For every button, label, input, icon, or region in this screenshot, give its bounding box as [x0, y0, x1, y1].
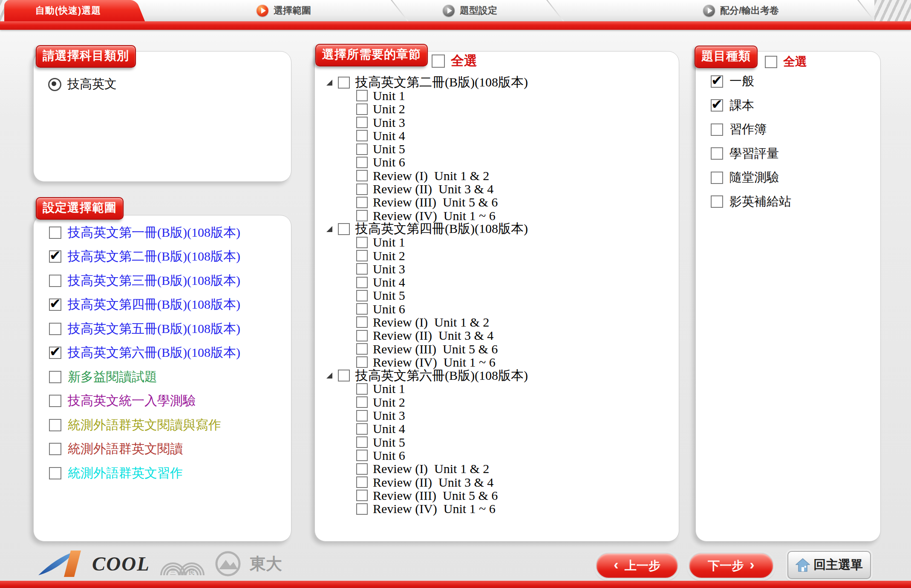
types-select-all[interactable]: 全選 [765, 54, 807, 70]
checkbox-list-item[interactable]: 統測外語群英文閱讀 [49, 437, 291, 462]
tab-score-output[interactable]: 配分/輸出考卷 [703, 0, 779, 21]
checkbox[interactable] [711, 172, 723, 184]
checkbox[interactable] [356, 423, 368, 435]
checkbox[interactable] [356, 410, 368, 422]
checkbox[interactable] [711, 123, 723, 136]
checkbox[interactable] [49, 419, 61, 431]
chapter-tree-unit-row[interactable]: Review (III) Unit 5 & 6 [315, 196, 679, 209]
checkbox[interactable] [356, 396, 368, 408]
checkbox-list-item[interactable]: 一般 [711, 69, 880, 94]
checkbox-list-item[interactable]: 統測外語群英文閱讀與寫作 [49, 413, 291, 437]
checkbox[interactable] [356, 463, 368, 475]
tab-auto-quick-select[interactable]: 自動(快速)選題 [4, 0, 132, 21]
checkbox[interactable] [765, 56, 777, 68]
chapter-tree-unit-row[interactable]: Unit 4 [315, 129, 679, 142]
tree-expanded-triangle-icon[interactable] [326, 226, 332, 232]
checkbox[interactable] [711, 195, 723, 208]
chapter-tree-unit-row[interactable]: Unit 2 [315, 103, 679, 116]
checkbox[interactable] [356, 184, 368, 195]
checkbox[interactable] [356, 490, 368, 501]
checkbox-list-item[interactable]: 技高英文統一入學測驗 [49, 389, 291, 413]
checkbox[interactable] [49, 275, 61, 287]
tab-select-range[interactable]: 選擇範圍 [257, 0, 311, 21]
checkbox-list-item[interactable]: 統測外語群英文習作 [49, 461, 291, 485]
chapter-tree-unit-row[interactable]: Unit 6 [315, 302, 679, 316]
checkbox[interactable] [49, 323, 61, 335]
checkbox[interactable] [338, 370, 350, 381]
checkbox[interactable] [338, 77, 350, 89]
checkbox[interactable] [356, 130, 368, 141]
chapter-tree-unit-row[interactable]: Unit 5 [315, 436, 679, 449]
checkbox[interactable] [356, 117, 368, 128]
checkbox-list-item[interactable]: 技高英文第五冊(B版)(108版本) [49, 317, 291, 341]
checkbox[interactable] [356, 476, 368, 488]
chapters-select-all[interactable]: 全選 [432, 52, 477, 70]
checkbox[interactable] [356, 103, 368, 115]
checkbox[interactable] [356, 157, 368, 168]
checkbox-list-item[interactable]: 隨堂測驗 [711, 166, 880, 190]
checkbox[interactable] [356, 303, 368, 315]
checkbox[interactable] [356, 290, 368, 301]
tree-expanded-triangle-icon[interactable] [326, 80, 332, 86]
chapter-tree-book-row[interactable]: 技高英文第二冊(B版)(108版本) [315, 76, 679, 89]
chapter-tree-book-row[interactable]: 技高英文第六冊(B版)(108版本) [315, 369, 679, 382]
chapter-tree-unit-row[interactable]: Review (III) Unit 5 & 6 [315, 342, 679, 356]
tab-question-type-settings[interactable]: 題型設定 [443, 0, 497, 21]
checkbox[interactable] [49, 371, 61, 383]
back-to-main-menu-button[interactable]: 回主選單 [787, 551, 871, 579]
chapter-tree-unit-row[interactable]: Unit 4 [315, 275, 679, 289]
checkbox[interactable] [356, 210, 368, 221]
checkbox-list-item[interactable]: 技高英文第三冊(B版)(108版本) [49, 269, 291, 293]
checkbox-list-item[interactable]: 技高英文第一冊(B版)(108版本) [49, 221, 291, 245]
chapter-tree-book-row[interactable]: 技高英文第四冊(B版)(108版本) [315, 222, 679, 235]
checkbox[interactable] [49, 298, 61, 311]
checkbox[interactable] [49, 347, 61, 359]
checkbox[interactable] [356, 237, 368, 248]
chapter-tree-unit-row[interactable]: Unit 5 [315, 142, 679, 155]
checkbox[interactable] [432, 54, 445, 68]
checkbox[interactable] [356, 90, 368, 101]
checkbox-list-item[interactable]: 技高英文第四冊(B版)(108版本) [49, 293, 291, 317]
checkbox[interactable] [711, 99, 723, 112]
chapter-tree-unit-row[interactable]: Unit 6 [315, 156, 679, 169]
checkbox[interactable] [356, 383, 368, 395]
checkbox-list-item[interactable]: 課本 [711, 94, 880, 118]
checkbox[interactable] [356, 356, 368, 368]
checkbox[interactable] [356, 330, 368, 341]
chapter-tree-unit-row[interactable]: Unit 6 [315, 449, 679, 462]
checkbox[interactable] [49, 395, 61, 407]
checkbox[interactable] [356, 170, 368, 181]
checkbox[interactable] [356, 316, 368, 328]
checkbox[interactable] [356, 250, 368, 261]
previous-step-button[interactable]: ‹ 上一步 [596, 553, 678, 579]
chapter-tree-unit-row[interactable]: Unit 2 [315, 396, 679, 409]
chapter-tree-unit-row[interactable]: Unit 4 [315, 422, 679, 436]
checkbox[interactable] [356, 503, 368, 515]
chapter-tree-unit-row[interactable]: Review (I) Unit 1 & 2 [315, 462, 679, 476]
chapter-tree-unit-row[interactable]: Review (II) Unit 3 & 4 [315, 182, 679, 195]
chapter-tree-unit-row[interactable]: Review (IV) Unit 1 ~ 6 [315, 502, 679, 516]
checkbox[interactable] [356, 343, 368, 355]
checkbox-list-item[interactable]: 影英補給站 [711, 190, 880, 214]
checkbox-list-item[interactable]: 技高英文第二冊(B版)(108版本) [49, 245, 291, 269]
checkbox[interactable] [49, 250, 61, 263]
chapter-tree-unit-row[interactable]: Review (III) Unit 5 & 6 [315, 489, 679, 502]
next-step-button[interactable]: 下一步 › [689, 553, 774, 579]
chapter-tree-unit-row[interactable]: Unit 3 [315, 409, 679, 422]
chapter-tree-unit-row[interactable]: Review (I) Unit 1 & 2 [315, 169, 679, 182]
checkbox-list-item[interactable]: 技高英文第六冊(B版)(108版本) [49, 341, 291, 365]
chapter-tree-unit-row[interactable]: Unit 2 [315, 249, 679, 262]
chapter-tree-unit-row[interactable]: Review (II) Unit 3 & 4 [315, 329, 679, 342]
checkbox[interactable] [338, 223, 350, 235]
checkbox[interactable] [49, 467, 61, 479]
chapter-tree-unit-row[interactable]: Unit 5 [315, 289, 679, 302]
tree-expanded-triangle-icon[interactable] [326, 373, 332, 379]
checkbox[interactable] [356, 277, 368, 288]
checkbox-list-item[interactable]: 習作簿 [711, 118, 880, 142]
chapter-tree-unit-row[interactable]: Unit 3 [315, 116, 679, 129]
checkbox[interactable] [49, 443, 61, 455]
chapter-tree-unit-row[interactable]: Review (II) Unit 3 & 4 [315, 476, 679, 489]
checkbox[interactable] [711, 75, 723, 88]
checkbox[interactable] [711, 147, 723, 160]
checkbox[interactable] [49, 227, 61, 239]
